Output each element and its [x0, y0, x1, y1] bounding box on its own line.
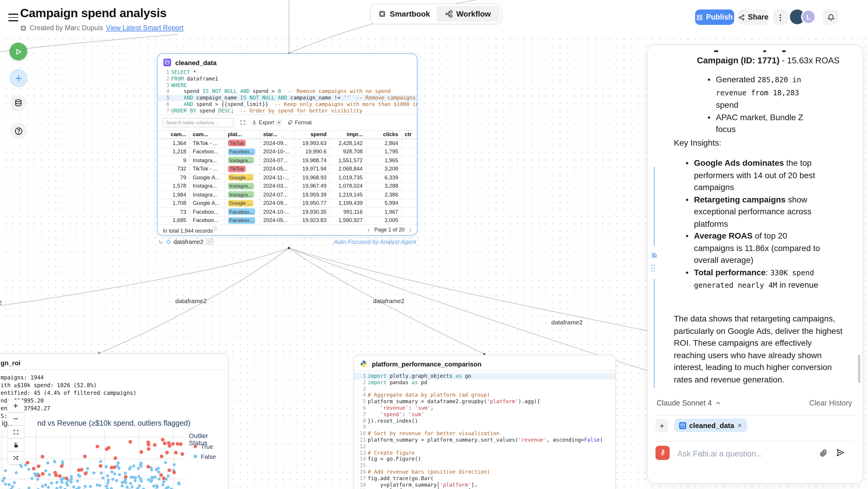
subtitle-row: Created by Marc Dupuis View Latest Smart… — [20, 24, 184, 32]
table-cell: 2,428,142 — [330, 139, 366, 147]
lock-button[interactable] — [8, 439, 24, 451]
info-icon[interactable]: ⓘ — [213, 226, 217, 231]
table-row[interactable]: 9Instagra...Instagra...2024-07...19,988.… — [157, 156, 417, 164]
code-line[interactable]: 13# Create figure — [354, 450, 615, 456]
code-line[interactable]: 3 — [354, 386, 615, 392]
table-cell — [401, 216, 417, 225]
tab-workflow[interactable]: Workflow — [436, 6, 500, 22]
publish-button[interactable]: Publish — [695, 9, 734, 25]
column-header[interactable]: ctr — [401, 130, 417, 139]
code-line[interactable]: 2import pandas as pd — [354, 379, 615, 386]
panel-scrollbar-thumb[interactable] — [858, 355, 860, 383]
platform-badge: TikTok — [228, 166, 246, 172]
column-header[interactable]: clicks — [366, 130, 401, 139]
share-button[interactable]: Share — [738, 9, 769, 25]
search-table-columns-input[interactable]: Search table columns... — [162, 118, 234, 127]
context-chip-cleaned-data[interactable]: cleaned_data — [674, 419, 747, 432]
zoom-out-button[interactable] — [8, 412, 24, 425]
tab-smartbook[interactable]: Smartbook — [372, 6, 436, 22]
code-line[interactable]: 18 y=platform_summary['platform'], — [354, 482, 615, 488]
code-line[interactable]: 4# Aggregate data by platform (ad group) — [354, 392, 615, 399]
node-cleaned-data[interactable]: cleaned_data 1⌄SELECT *2FROM dataframe13… — [157, 53, 417, 236]
code-line[interactable]: 8}).reset_index() — [354, 418, 615, 424]
send-icon[interactable] — [836, 448, 845, 457]
column-header[interactable]: impr... — [330, 130, 366, 139]
table-row[interactable]: 79Google A...Google ...2024-11-...19,968… — [157, 173, 417, 182]
remove-chip-icon[interactable] — [737, 423, 742, 428]
code-line[interactable]: 17fig.add_trace(go.Bar( — [354, 476, 615, 482]
node-campaign-roi[interactable]: gn_roi mpaigns: 1944ith ≥$10k spend: 102… — [0, 354, 228, 489]
code-line[interactable]: 1⌄SELECT * — [157, 69, 417, 76]
model-selector[interactable]: Claude Sonnet 4 — [657, 399, 721, 407]
scatter-plot[interactable] — [1, 430, 206, 489]
table-row[interactable]: 1,578Instagra...Instagra...2024-03...19,… — [157, 182, 417, 190]
result-table[interactable]: cam...cam...plat...star...spendimpr...cl… — [157, 130, 417, 225]
next-page-button[interactable]: › — [409, 226, 411, 233]
avatar-user-letter[interactable]: L — [801, 9, 816, 24]
code-line[interactable]: 9 — [354, 424, 615, 431]
column-header[interactable]: cam... — [157, 130, 189, 139]
output-drag-handle[interactable] — [206, 239, 213, 245]
code-line[interactable]: 7ORDER BY spend DESC; -- Order by spend … — [157, 108, 417, 114]
table-row[interactable]: 73Faceboo...Faceboo...2024-10-...19,930.… — [157, 208, 417, 216]
help-button[interactable] — [10, 123, 27, 139]
code-line[interactable]: 4 spend IS NOT NULL AND spend > 0 -- Rem… — [157, 89, 417, 95]
code-line[interactable]: 14fig = go.Figure() — [354, 456, 615, 463]
code-line[interactable]: 6 AND spend > {{spend_limit}} -- Keep on… — [157, 101, 417, 108]
table-row[interactable]: 1,708Google A...Google ...2024-09...19,9… — [157, 199, 417, 208]
table-row[interactable]: 1,685Faceboo...Faceboo...2024-05...19,92… — [157, 216, 417, 225]
code-line[interactable]: 2FROM dataframe1 — [157, 76, 417, 82]
code-line[interactable]: 11platform_summary = platform_summary.so… — [354, 437, 615, 444]
view-latest-smart-report-link[interactable]: View Latest Smart Report — [106, 24, 184, 31]
attach-icon[interactable] — [819, 449, 828, 457]
python-code-editor[interactable]: 1import plotly.graph_objects as go2impor… — [354, 373, 615, 489]
code-line[interactable]: 3WHERE — [157, 82, 417, 89]
analyst-chat-panel: Campaign (ID: 1771) - 15.63x ROAS •Gener… — [647, 44, 863, 484]
smartbook-cell-icon[interactable] — [650, 251, 658, 259]
cell-drag-handle[interactable] — [651, 265, 656, 274]
table-row[interactable]: 732TikTok - ...TikTok2024-05...19,971.94… — [157, 164, 417, 173]
code-line[interactable]: 5⌄platform_summary = dataframe2.groupby(… — [354, 398, 615, 405]
add-node-button[interactable] — [9, 69, 27, 87]
code-line[interactable]: 7 'spend': 'sum' — [354, 411, 615, 418]
node-platform-performance-comparison[interactable]: platform_performance_comparison 1import … — [353, 355, 616, 489]
table-cell: 2024-05... — [260, 164, 294, 173]
export-button[interactable]: Export ▾ — [252, 119, 282, 125]
column-header[interactable]: cam... — [189, 130, 224, 139]
prev-page-button[interactable]: ‹ — [367, 226, 369, 233]
output-dataframe-label[interactable]: dataframe2 — [174, 239, 204, 245]
legend-item-true[interactable]: True — [194, 443, 213, 450]
code-line[interactable]: 10# Sort by revenue for better visualiza… — [354, 430, 615, 437]
clear-history-button[interactable]: Clear History — [809, 399, 852, 407]
table-row[interactable]: 1,364TikTok - ...TikTok2024-09...19,993.… — [157, 139, 417, 147]
add-context-button[interactable]: + — [655, 419, 669, 432]
code-line[interactable]: 5 AND campaign_name IS NOT NULL AND camp… — [157, 95, 417, 101]
zoom-in-button[interactable] — [8, 400, 24, 412]
code-line[interactable]: 16# Add revenue bars (positive direction… — [354, 469, 615, 476]
table-row[interactable]: 1,218Faceboo...Faceboo...2024-10-...19,9… — [157, 147, 417, 156]
column-header[interactable]: spend — [294, 130, 330, 139]
data-sources-button[interactable] — [10, 95, 27, 111]
legend-item-false[interactable]: False — [194, 453, 216, 460]
code-line[interactable]: 1import plotly.graph_objects as go — [354, 373, 615, 379]
column-header[interactable]: plat... — [224, 130, 260, 139]
column-header[interactable]: star... — [260, 130, 294, 139]
table-row[interactable]: 1,984Instagra...Instagra...2024-07...19,… — [157, 190, 417, 199]
code-line[interactable]: 15 — [354, 462, 615, 469]
table-cell: Faceboo... — [189, 216, 224, 225]
code-line[interactable]: 6 'revenue': 'sum', — [354, 405, 615, 411]
bullet-item: •Total performance: 330K spend generated… — [686, 266, 827, 292]
format-button[interactable]: Format — [288, 119, 312, 125]
fullscreen-button[interactable] — [8, 426, 24, 438]
table-cell: 2024-07... — [260, 156, 294, 164]
export-chevron[interactable]: ▾ — [276, 119, 282, 125]
chat-input[interactable]: Ask Fabi.ai a question... — [677, 449, 763, 458]
run-workflow-button[interactable] — [9, 42, 27, 60]
more-options-button[interactable]: ⋮ — [773, 9, 788, 25]
sql-code-editor[interactable]: 1⌄SELECT *2FROM dataframe13WHERE4 spend … — [157, 69, 417, 114]
shuffle-button[interactable] — [8, 452, 24, 464]
menu-icon[interactable] — [8, 13, 18, 21]
notifications-button[interactable] — [823, 9, 838, 25]
fit-view-icon[interactable] — [240, 119, 246, 125]
code-line[interactable]: 12 — [354, 444, 615, 450]
